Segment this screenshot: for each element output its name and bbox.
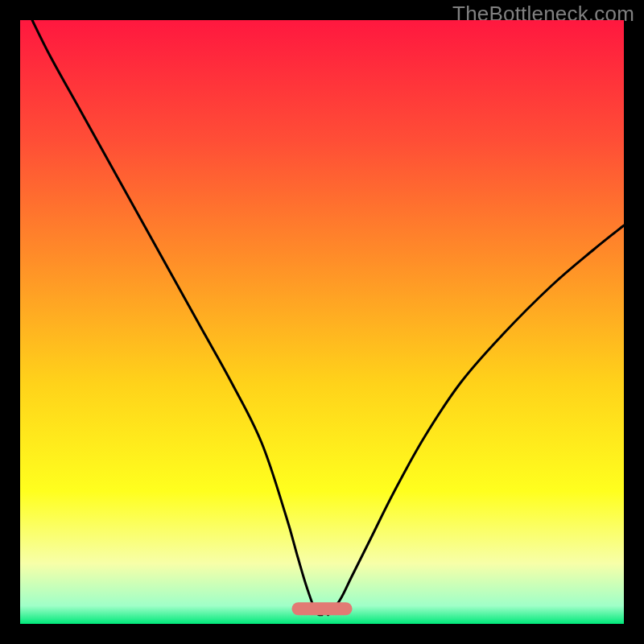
chart-frame: TheBottleneck.com	[0, 0, 644, 644]
minimum-marker	[292, 602, 353, 615]
gradient-background	[20, 20, 624, 624]
bottleneck-plot	[20, 20, 624, 624]
chart-svg	[20, 20, 624, 624]
